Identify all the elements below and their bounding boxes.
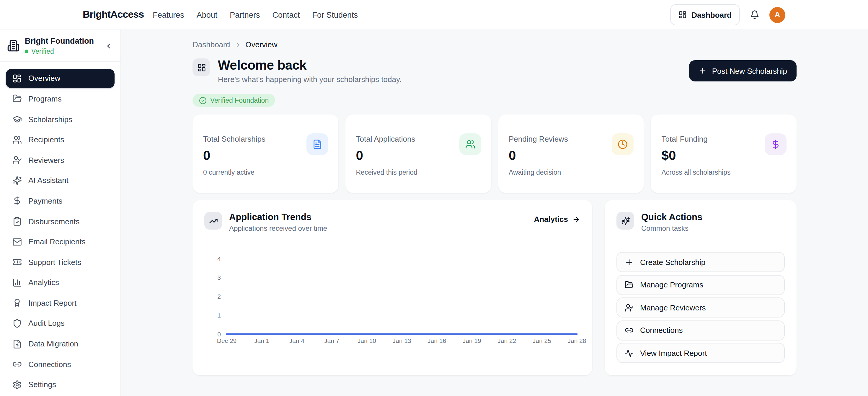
trending-up-glyph: [209, 216, 218, 225]
verified-foundation-badge: Verified Foundation: [192, 94, 275, 107]
verified-dot-icon: [25, 50, 28, 53]
stat-card-pending-reviews: Pending Reviews0Awaiting decision: [498, 114, 644, 193]
sidebar-item-recipients[interactable]: Recipients: [6, 130, 115, 149]
post-new-scholarship-button[interactable]: Post New Scholarship: [689, 60, 797, 81]
quick-actions-list: Create ScholarshipManage ProgramsManage …: [616, 252, 785, 363]
bell-icon[interactable]: [750, 10, 760, 20]
sidebar-item-audit-logs[interactable]: Audit Logs: [6, 314, 115, 333]
dollar-sign-icon: [12, 196, 22, 206]
quick-actions-header: Quick Actions Common tasks: [616, 212, 785, 233]
settings-icon: [12, 380, 22, 390]
folder-open-icon: [12, 94, 22, 104]
sidebar-item-ai-assistant[interactable]: AI Assistant: [6, 171, 115, 190]
app-window: BrightAccess FeaturesAboutPartnersContac…: [0, 0, 868, 396]
sidebar-item-label: Analytics: [28, 278, 59, 287]
quick-action-label: Manage Programs: [640, 280, 703, 289]
users-icon: [12, 135, 22, 144]
sidebar-item-support-tickets[interactable]: Support Tickets: [6, 253, 115, 271]
main-content: Dashboard Overview Welcome back Here's w…: [192, 30, 797, 375]
lower-panels: Application Trends Applications received…: [192, 200, 797, 375]
sidebar-item-payments[interactable]: Payments: [6, 192, 115, 210]
breadcrumb: Dashboard Overview: [192, 40, 797, 49]
brand-logo[interactable]: BrightAccess: [83, 9, 144, 21]
sparkles-icon: [12, 176, 22, 185]
sidebar-item-label: Support Tickets: [28, 258, 81, 266]
breadcrumb-overview[interactable]: Overview: [245, 40, 277, 49]
mail-icon: [12, 237, 22, 246]
sidebar-item-overview[interactable]: Overview: [6, 69, 115, 88]
nav-link-contact[interactable]: Contact: [272, 10, 300, 19]
breadcrumb-dashboard[interactable]: Dashboard: [192, 40, 230, 49]
trends-title: Application Trends: [229, 212, 327, 222]
graduation-cap-icon: [12, 114, 22, 124]
y-axis-tick: 0: [217, 330, 221, 337]
nav-link-features[interactable]: Features: [153, 10, 184, 19]
analytics-link-label: Analytics: [534, 215, 568, 224]
shield-icon: [12, 319, 22, 328]
x-axis-tick: Jan 10: [358, 337, 376, 344]
sidebar-item-scholarships[interactable]: Scholarships: [6, 110, 115, 129]
x-axis-tick: Jan 16: [428, 337, 446, 344]
sidebar-item-settings[interactable]: Settings: [6, 375, 115, 394]
chart-line-applications: [227, 259, 577, 334]
quick-action-manage-programs[interactable]: Manage Programs: [616, 275, 785, 295]
nav-link-about[interactable]: About: [197, 10, 218, 19]
main-area: Dashboard Overview Welcome back Here's w…: [121, 30, 868, 396]
quick-action-manage-reviewers[interactable]: Manage Reviewers: [616, 297, 785, 318]
award-icon: [12, 298, 22, 308]
sidebar-item-disbursements[interactable]: Disbursements: [6, 212, 115, 231]
sidebar-item-analytics[interactable]: Analytics: [6, 273, 115, 292]
file-text-icon: [306, 133, 328, 155]
quick-action-connections[interactable]: Connections: [616, 320, 785, 340]
application-trends-chart: 01234 Dec 29Jan 1Jan 4Jan 7Jan 10Jan 13J…: [204, 259, 581, 334]
chart-plot-area: Dec 29Jan 1Jan 4Jan 7Jan 10Jan 13Jan 16J…: [227, 259, 577, 334]
org-verified-status: Verified: [25, 48, 94, 55]
sidebar-item-data-migration[interactable]: Data Migration: [6, 334, 115, 353]
quick-action-label: Manage Reviewers: [640, 303, 706, 312]
trends-header-text: Application Trends Applications received…: [229, 212, 327, 233]
application-trends-card: Application Trends Applications received…: [192, 200, 592, 375]
quick-action-label: Connections: [640, 326, 683, 335]
quick-action-view-impact-report[interactable]: View Impact Report: [616, 343, 785, 363]
sidebar-item-label: Programs: [28, 94, 62, 103]
x-axis-tick: Jan 7: [324, 337, 339, 344]
stat-card-total-scholarships: Total Scholarships00 currently active: [192, 114, 338, 193]
stat-card-total-applications: Total Applications0Received this period: [345, 114, 491, 193]
sidebar-item-reviewers[interactable]: Reviewers: [6, 151, 115, 169]
x-axis-tick: Dec 29: [217, 337, 237, 344]
users-icon: [459, 133, 481, 155]
org-status-label: Verified: [31, 48, 54, 55]
sidebar-item-connections[interactable]: Connections: [6, 355, 115, 373]
dollar-sign-icon: [765, 133, 786, 155]
layout-dashboard-icon: [678, 11, 687, 19]
sidebar: Bright Foundation Verified OverviewProgr…: [0, 30, 121, 396]
nav-link-partners[interactable]: Partners: [230, 10, 260, 19]
sidebar-item-label: Email Recipients: [28, 237, 86, 246]
chevron-left-icon[interactable]: [104, 42, 113, 50]
plus-icon: [625, 258, 633, 266]
dashboard-button-label: Dashboard: [691, 10, 732, 19]
stat-sublabel: Across all scholarships: [662, 169, 786, 176]
dashboard-button[interactable]: Dashboard: [670, 4, 740, 25]
sparkles-glyph: [621, 216, 630, 225]
quick-action-create-scholarship[interactable]: Create Scholarship: [616, 252, 785, 272]
trends-subtitle: Applications received over time: [229, 224, 327, 233]
page-subtitle: Here's what's happening with your schola…: [218, 75, 402, 84]
trends-card-header: Application Trends Applications received…: [204, 212, 581, 233]
sidebar-item-email-recipients[interactable]: Email Recipients: [6, 232, 115, 251]
stat-sublabel: Received this period: [356, 169, 480, 176]
building-icon: [7, 40, 20, 52]
avatar[interactable]: A: [769, 7, 785, 23]
analytics-link[interactable]: Analytics: [534, 215, 581, 224]
x-axis-tick: Jan 1: [254, 337, 269, 344]
stat-sublabel: Awaiting decision: [509, 169, 633, 176]
sidebar-item-impact-report[interactable]: Impact Report: [6, 294, 115, 312]
layout-dashboard-icon: [192, 59, 210, 76]
sidebar-item-label: Payments: [28, 197, 63, 205]
x-axis-tick: Jan 28: [567, 337, 586, 344]
sidebar-item-programs[interactable]: Programs: [6, 90, 115, 108]
nav-link-for-students[interactable]: For Students: [312, 10, 358, 19]
org-info: Bright Foundation Verified: [25, 37, 94, 55]
badge-label: Verified Foundation: [210, 97, 269, 104]
y-axis-tick: 1: [217, 311, 221, 319]
